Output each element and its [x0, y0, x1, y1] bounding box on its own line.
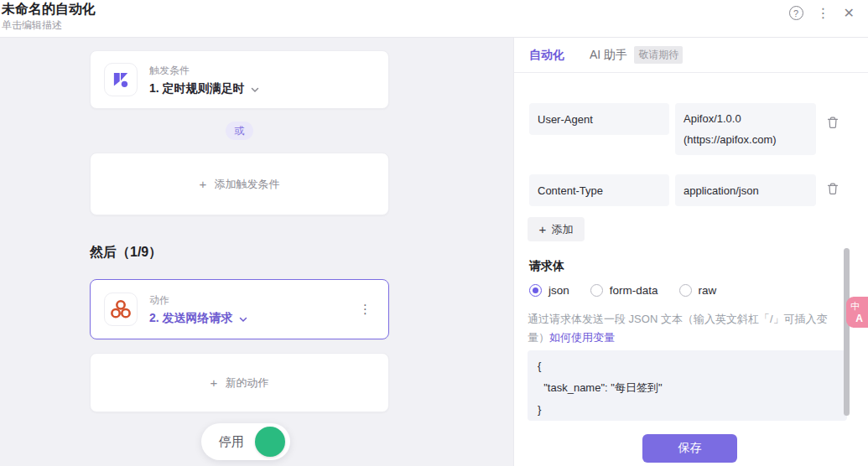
- toggle-knob-on[interactable]: [255, 427, 285, 457]
- tab-automation[interactable]: 自动化: [529, 48, 564, 63]
- add-action-button[interactable]: + 新的动作: [90, 353, 389, 412]
- trigger-name: 1. 定时规则满足时: [149, 81, 245, 96]
- radio-json[interactable]: json: [529, 284, 569, 297]
- delete-header-icon[interactable]: [826, 182, 839, 195]
- trigger-card-label: 触发条件: [149, 64, 260, 78]
- header-key-input[interactable]: User-Agent: [529, 103, 669, 135]
- radio-selected-icon: [529, 284, 542, 297]
- workflow-canvas: 触发条件 1. 定时规则满足时 或 + 添加触发条件 然后（1/9）: [0, 38, 513, 466]
- save-button[interactable]: 保存: [642, 434, 737, 463]
- trigger-card-value[interactable]: 1. 定时规则满足时: [149, 81, 260, 96]
- panel-scrollbar[interactable]: [844, 248, 850, 416]
- radio-form-data[interactable]: form-data: [590, 284, 658, 297]
- code-line: {: [538, 355, 837, 377]
- window-header: 未命名的自动化 单击编辑描述 ? ⋮ ✕: [0, 0, 868, 38]
- close-icon[interactable]: ✕: [844, 6, 855, 20]
- header-value-input[interactable]: Apifox/1.0.0 (https://apifox.com): [675, 103, 816, 155]
- radio-raw[interactable]: raw: [679, 284, 717, 297]
- page-subtitle[interactable]: 单击编辑描述: [2, 18, 62, 33]
- code-line: }: [538, 399, 837, 421]
- plus-icon: +: [539, 222, 547, 236]
- body-hint: 通过请求体发送一段 JSON 文本（输入英文斜杠「/」可插入变量）如何使用变量: [528, 310, 845, 347]
- page-title: 未命名的自动化: [2, 1, 96, 18]
- then-heading: 然后（1/9）: [90, 244, 162, 261]
- action-card-label: 动作: [149, 293, 248, 308]
- header-key-input[interactable]: Content-Type: [529, 174, 669, 206]
- delete-header-icon[interactable]: [826, 116, 839, 129]
- request-body-title: 请求体: [529, 259, 564, 274]
- translate-icon[interactable]: 中 A: [846, 297, 868, 328]
- body-type-radio-group: json form-data raw: [529, 284, 716, 297]
- tab-ai-assistant-label: AI 助手: [590, 48, 627, 63]
- more-menu-icon[interactable]: ⋮: [817, 6, 830, 20]
- config-panel: 自动化 AI 助手 敬请期待 User-Agent Apifox/1.0.0 (…: [513, 38, 868, 466]
- radio-form-data-label: form-data: [610, 284, 658, 297]
- automation-editor-window: 未命名的自动化 单击编辑描述 ? ⋮ ✕ 触发条件 1. 定时规则满足时: [0, 0, 868, 466]
- add-action-label: 新的动作: [225, 375, 268, 391]
- toggle-label: 停用: [219, 434, 244, 450]
- trigger-card[interactable]: 触发条件 1. 定时规则满足时: [90, 50, 389, 109]
- plus-icon: +: [211, 375, 218, 390]
- radio-unselected-icon: [679, 284, 692, 297]
- add-header-button[interactable]: + 添加: [528, 217, 585, 241]
- action-name: 2. 发送网络请求: [149, 311, 233, 326]
- panel-tabs: 自动化 AI 助手 敬请期待: [514, 38, 868, 73]
- action-menu-icon[interactable]: ⋮: [359, 280, 372, 339]
- translate-a-glyph: A: [855, 313, 863, 324]
- plus-icon: +: [200, 177, 207, 191]
- add-trigger-label: 添加触发条件: [214, 177, 279, 192]
- add-trigger-button[interactable]: + 添加触发条件: [90, 153, 389, 215]
- enable-toggle[interactable]: 停用: [201, 423, 290, 460]
- json-body-editor[interactable]: { "task_name": "每日签到" }: [528, 350, 847, 421]
- webhook-icon: [104, 293, 138, 326]
- coming-soon-badge: 敬请期待: [634, 46, 683, 64]
- add-header-label: 添加: [551, 222, 573, 237]
- action-card-value[interactable]: 2. 发送网络请求: [149, 311, 248, 326]
- help-icon[interactable]: ?: [789, 6, 803, 20]
- tab-ai-assistant[interactable]: AI 助手 敬请期待: [590, 46, 683, 64]
- how-to-use-variables-link[interactable]: 如何使用变量: [549, 331, 615, 344]
- action-card[interactable]: 动作 2. 发送网络请求 ⋮: [90, 279, 389, 339]
- radio-json-label: json: [548, 284, 569, 297]
- chevron-down-icon: [250, 85, 260, 95]
- header-value-input[interactable]: application/json: [675, 174, 816, 206]
- radio-raw-label: raw: [699, 284, 717, 297]
- code-line: "task_name": "每日签到": [538, 377, 837, 399]
- radio-unselected-icon: [590, 284, 603, 297]
- translate-zh-glyph: 中: [850, 300, 860, 313]
- window-header-actions: ? ⋮ ✕: [789, 6, 855, 20]
- trigger-app-logo-icon: [104, 63, 138, 96]
- or-badge: 或: [226, 122, 253, 140]
- chevron-down-icon: [238, 314, 248, 324]
